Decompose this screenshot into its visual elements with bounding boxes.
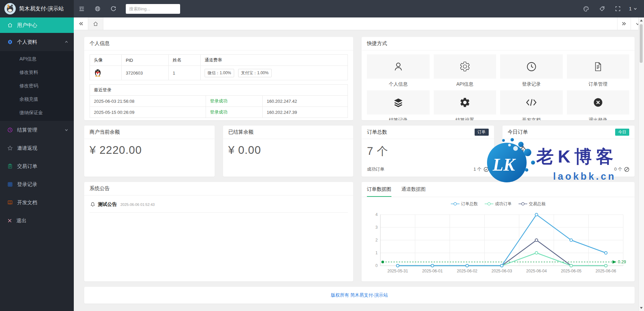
brand-logo-icon: [4, 3, 16, 14]
settled-value: ¥ 0.00: [223, 139, 354, 177]
brand[interactable]: 简木易支付-演示站: [0, 0, 74, 17]
shortcut-dev-docs[interactable]: 开发文档: [500, 90, 563, 120]
page-content: 个人信息 头像 PID 姓名 通道费率: [74, 30, 644, 311]
tab-order-data[interactable]: 订单数据图: [367, 182, 391, 197]
fullscreen-icon[interactable]: [610, 0, 626, 17]
shortcut-profile[interactable]: 个人信息: [367, 54, 430, 90]
order-stats-row: 订单总数 订单 7 个 成功订单 1 个 今日订单 今: [362, 126, 635, 177]
sidebar-item-user-center[interactable]: 用户中心: [0, 17, 74, 33]
sidebar-item-trade-orders[interactable]: 交易订单: [0, 157, 74, 175]
brand-title: 简木易支付-演示站: [19, 5, 64, 12]
sidebar-item-edit-profile[interactable]: 修改资料: [0, 66, 74, 79]
clock-icon: [526, 61, 537, 72]
total-orders-card: 订单总数 订单 7 个 成功订单 1 个: [362, 126, 494, 177]
chart-tabs: 订单数据图 通道数据图: [362, 182, 635, 197]
chevron-down-icon: [64, 128, 68, 132]
sidebar-item-dev-docs[interactable]: 开发文档: [0, 193, 74, 212]
rate-tag-alipay: 支付宝：1.00%: [238, 69, 272, 77]
settled-balance-card: 已结算余额 ¥ 0.00: [223, 126, 354, 177]
table-header-row: 头像 PID 姓名 通道费率: [90, 55, 348, 66]
success-orders-label: 成功订单: [367, 166, 384, 172]
sidebar-item-change-password[interactable]: 修改密码: [0, 79, 74, 93]
card-title: 快捷方式: [367, 40, 387, 47]
sidebar-item-logout[interactable]: 退出: [0, 212, 74, 230]
svg-text:0: 0: [375, 263, 378, 268]
recent-logins-table: 最近登录 2025-06-03 21:56:08 登录成功 160.202.24…: [90, 84, 348, 118]
avatar: [94, 68, 102, 77]
svg-text:0.29: 0.29: [618, 260, 626, 264]
sidebar-item-api-info[interactable]: API信息: [0, 52, 74, 66]
notice-item-title: 测试公告: [98, 202, 117, 208]
notice-item-time: 2025-06-06 01:52:43: [120, 203, 155, 207]
svg-text:3: 3: [375, 225, 378, 230]
layers-icon: [393, 97, 404, 108]
svg-text:2025-06-03: 2025-06-03: [491, 269, 512, 273]
sidebar-item-balance-recharge[interactable]: 余额充值: [0, 93, 74, 106]
shortcut-settlement-records[interactable]: 结算记录: [367, 90, 430, 120]
shortcut-settlement-settings[interactable]: 结算设置: [434, 90, 496, 120]
theme-palette-icon[interactable]: [578, 0, 594, 17]
footer-card: 版权所有 简木易支付-演示站: [84, 287, 635, 304]
success-orders-value: 1 个: [474, 166, 482, 172]
language-globe-icon[interactable]: [90, 0, 105, 17]
logout-circle-icon: [593, 97, 603, 108]
tag-icon[interactable]: [594, 0, 610, 17]
svg-text:2025-06-06: 2025-06-06: [596, 269, 616, 273]
sidebar-collapse-icon[interactable]: [74, 0, 90, 17]
document-icon: [593, 61, 603, 72]
login-ip: 160.202.247.39: [263, 107, 348, 118]
tabs-scroll-right-icon[interactable]: [617, 17, 631, 30]
table-row: 3720603 1 微信：1.00% 支付宝：1.00%: [90, 66, 348, 80]
scroll-down-arrow[interactable]: [640, 307, 643, 309]
channel-rates: 微信：1.00% 支付宝：1.00%: [201, 66, 348, 80]
shortcut-login-records[interactable]: 登录记录: [500, 54, 563, 90]
tab-channel-data[interactable]: 通道数据图: [401, 182, 426, 197]
shortcut-api-info[interactable]: API信息: [434, 54, 496, 90]
shortcut-order-management[interactable]: 订单管理: [567, 54, 630, 90]
sidebar-item-settlement[interactable]: 结算管理: [0, 121, 74, 139]
gear-icon: [7, 39, 13, 45]
tabbar: [74, 17, 644, 30]
svg-text:4: 4: [375, 212, 378, 217]
table-row: 2025-06-03 21:56:08 登录成功 160.202.247.42: [90, 96, 348, 107]
status-badge: 订单: [475, 129, 489, 136]
legend-item[interactable]: 交易总额: [519, 201, 546, 207]
copyright-link[interactable]: 版权所有 简木易支付-演示站: [331, 292, 388, 298]
topbar: 简木易支付-演示站 1: [0, 0, 644, 17]
login-ip: 160.202.247.42: [263, 96, 348, 107]
sidebar-item-profile[interactable]: 个人资料: [0, 33, 74, 51]
card-title: 系统公告: [90, 185, 110, 192]
chevron-down-icon: [633, 7, 637, 11]
system-notice-card: 系统公告 测试公告 2025-06-06 01:52:43: [84, 182, 353, 281]
name-value: 1: [169, 66, 201, 80]
search-input[interactable]: [126, 4, 180, 14]
sidebar-item-deposit[interactable]: 缴纳保证金: [0, 106, 74, 120]
sidebar-item-login-records[interactable]: 登录记录: [0, 175, 74, 193]
book-icon: [7, 200, 13, 205]
pid-value: 3720603: [122, 66, 169, 80]
merchant-balance-card: 商户当前余额 ¥ 2220.00: [84, 126, 215, 177]
vertical-scrollbar[interactable]: [638, 17, 644, 311]
legend-item[interactable]: 成功订单: [485, 201, 512, 207]
user-menu[interactable]: 1: [626, 0, 644, 17]
tabs-scroll-left-icon[interactable]: [74, 17, 88, 30]
card-title: 订单总数: [367, 129, 387, 135]
svg-text:1: 1: [375, 251, 378, 255]
shortcut-logout[interactable]: 退出登录: [567, 90, 630, 120]
orders-total-value: 7 个: [362, 139, 494, 166]
legend-item[interactable]: 订单总数: [451, 201, 478, 207]
svg-text:2025-06-01: 2025-06-01: [422, 269, 443, 273]
sidebar-submenu: API信息 修改资料 修改密码 余额充值 缴纳保证金: [0, 51, 74, 121]
sidebar-item-invite[interactable]: 邀请返现: [0, 139, 74, 157]
scroll-up-arrow[interactable]: [640, 19, 643, 21]
home-icon: [7, 23, 13, 28]
tab-home[interactable]: [88, 17, 103, 30]
code-icon: [525, 97, 537, 108]
scrollbar-thumb[interactable]: [640, 24, 643, 63]
today-orders-card: 今日订单 今日 1 个 成功订单 0 个: [502, 126, 635, 177]
gear-outline-icon: [459, 61, 471, 72]
card-title: 今日订单: [508, 129, 528, 135]
chart-legend: 订单总数成功订单交易总额: [362, 198, 635, 209]
refresh-icon[interactable]: [105, 0, 121, 17]
notice-item[interactable]: 测试公告 2025-06-06 01:52:43: [90, 197, 348, 213]
